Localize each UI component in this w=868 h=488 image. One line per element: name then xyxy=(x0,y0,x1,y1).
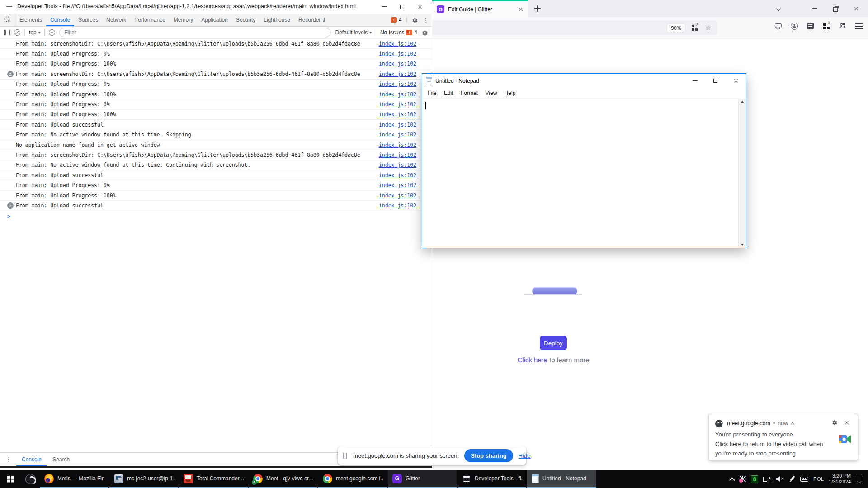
account-icon[interactable] xyxy=(791,23,798,30)
maximize-button[interactable] xyxy=(705,74,726,88)
devtools-tab[interactable]: Sources xyxy=(74,14,102,26)
source-link[interactable]: index.js:102 xyxy=(379,101,416,108)
source-link[interactable]: index.js:102 xyxy=(379,202,416,209)
devtools-tab[interactable]: Security xyxy=(232,14,259,26)
extensions-icon[interactable] xyxy=(823,23,830,30)
devtools-tab[interactable]: Console xyxy=(46,14,74,26)
library-icon[interactable] xyxy=(807,23,814,29)
notification-settings-icon[interactable] xyxy=(831,419,838,426)
clock[interactable]: 3:20 PM 1/31/2024 xyxy=(829,473,851,485)
scroll-down-icon[interactable] xyxy=(741,244,744,246)
tray-app-icon[interactable] xyxy=(740,476,746,482)
taskbar-app-button[interactable]: Developer Tools - fi... xyxy=(458,470,526,488)
settings-gear-icon[interactable] xyxy=(411,17,418,23)
dock-sidebar-icon[interactable] xyxy=(4,30,10,35)
no-issues-counter[interactable]: No Issues ! 4 xyxy=(380,29,417,36)
notification-close-icon[interactable] xyxy=(844,420,849,425)
taskbar-app-button[interactable]: Total Commander ... xyxy=(179,470,248,488)
log-levels-selector[interactable]: Default levels xyxy=(335,29,372,36)
tray-expand-icon[interactable] xyxy=(729,477,735,481)
obs-tray-button[interactable] xyxy=(21,470,40,488)
source-link[interactable]: index.js:102 xyxy=(379,131,416,138)
source-link[interactable]: index.js:102 xyxy=(379,111,416,117)
browser-tab[interactable]: G Edit Guide | Glitter xyxy=(432,0,528,17)
close-button[interactable] xyxy=(726,74,746,88)
stop-sharing-button[interactable]: Stop sharing xyxy=(464,449,513,462)
minimize-button[interactable] xyxy=(809,4,820,14)
pocket-icon[interactable] xyxy=(775,23,782,29)
menu-item[interactable]: View xyxy=(481,90,500,96)
taskbar-app-button[interactable]: Glitter xyxy=(388,470,457,488)
taskbar-app-button[interactable]: A Meet - qjv-viwc-cr... xyxy=(249,470,317,488)
volume-muted-icon[interactable] xyxy=(776,476,784,482)
chevron-up-icon[interactable] xyxy=(791,422,794,425)
source-link[interactable]: index.js:102 xyxy=(379,41,416,47)
pen-icon[interactable] xyxy=(789,476,795,482)
minimize-button[interactable] xyxy=(375,0,393,14)
inspect-element-button[interactable] xyxy=(0,14,15,26)
menu-hamburger-icon[interactable] xyxy=(855,23,863,30)
devtools-tab[interactable]: Network xyxy=(102,14,130,26)
source-link[interactable]: index.js:102 xyxy=(379,122,416,128)
drawer-tab[interactable]: Console xyxy=(16,453,47,466)
more-options-icon[interactable] xyxy=(423,17,429,23)
deploy-button[interactable]: Deploy xyxy=(540,336,567,350)
taskbar-app-button[interactable]: mc [ec2-user@ip-1... xyxy=(109,470,178,488)
minimize-button[interactable] xyxy=(685,74,705,88)
taskbar-app-button[interactable]: Untitled - Notepad xyxy=(527,470,596,488)
source-link[interactable]: index.js:102 xyxy=(379,152,416,158)
new-tab-button[interactable] xyxy=(533,5,542,13)
drawer-tab[interactable]: Search xyxy=(47,453,75,466)
tab-list-button[interactable] xyxy=(773,4,784,14)
menu-item[interactable]: Format xyxy=(457,90,482,96)
tab-close-icon[interactable] xyxy=(518,7,524,12)
scrollbar[interactable] xyxy=(738,99,746,248)
network-icon[interactable] xyxy=(763,477,770,482)
grid-arrow-icon[interactable] xyxy=(691,24,698,32)
source-link[interactable]: index.js:102 xyxy=(379,142,416,148)
scroll-up-icon[interactable] xyxy=(741,101,744,103)
taskbar-app-button[interactable]: meet.google.com i... xyxy=(318,470,387,488)
hide-link[interactable]: Hide xyxy=(519,452,531,459)
close-button[interactable] xyxy=(851,4,862,14)
meet-notification[interactable]: meet.google.com • now You're presenting … xyxy=(708,414,858,460)
devtools-tab[interactable]: Performance xyxy=(130,14,170,26)
devtools-tab[interactable]: Lighthouse xyxy=(259,14,294,26)
source-link[interactable]: index.js:102 xyxy=(379,162,416,168)
restore-button[interactable] xyxy=(830,4,841,14)
action-center-icon[interactable] xyxy=(857,476,863,482)
devtools-tab[interactable]: Elements xyxy=(15,14,46,26)
bookmark-star-icon[interactable] xyxy=(705,24,712,32)
menu-item[interactable]: Help xyxy=(500,90,519,96)
drawer-menu-icon[interactable] xyxy=(5,456,12,463)
source-link[interactable]: index.js:102 xyxy=(379,61,416,67)
devtools-tab[interactable]: Application xyxy=(197,14,232,26)
url-bar[interactable]: 90% xyxy=(426,20,717,35)
devtools-tab[interactable]: Recorder xyxy=(294,14,330,26)
puzzle-icon[interactable] xyxy=(839,23,846,30)
taskbar-app-button[interactable]: Metis — Mozilla Fir... xyxy=(40,470,108,488)
issues-counter[interactable]: ! 4 xyxy=(391,17,402,23)
maximize-button[interactable] xyxy=(393,0,411,14)
devtools-tab[interactable]: Memory xyxy=(170,14,197,26)
zoom-level-button[interactable]: 90% xyxy=(667,24,685,32)
live-expression-icon[interactable] xyxy=(49,29,55,36)
source-link[interactable]: index.js:102 xyxy=(379,192,416,199)
menu-item[interactable]: File xyxy=(424,90,440,96)
notepad-text-area[interactable] xyxy=(422,99,746,248)
filter-input[interactable] xyxy=(59,28,331,37)
source-link[interactable]: index.js:102 xyxy=(379,71,416,77)
console-prompt[interactable]: > xyxy=(0,211,432,222)
menu-item[interactable]: Edit xyxy=(440,90,457,96)
console-settings-icon[interactable] xyxy=(421,29,428,36)
click-here-link[interactable]: Click here xyxy=(517,356,547,364)
close-button[interactable] xyxy=(411,0,429,14)
tray-counter[interactable]: 8 xyxy=(751,475,758,483)
source-link[interactable]: index.js:102 xyxy=(379,182,416,188)
clear-console-icon[interactable] xyxy=(14,29,20,36)
source-link[interactable]: index.js:102 xyxy=(379,81,416,87)
keyboard-icon[interactable] xyxy=(800,477,808,482)
source-link[interactable]: index.js:102 xyxy=(379,172,416,178)
start-button[interactable] xyxy=(0,470,21,488)
source-link[interactable]: index.js:102 xyxy=(379,91,416,98)
